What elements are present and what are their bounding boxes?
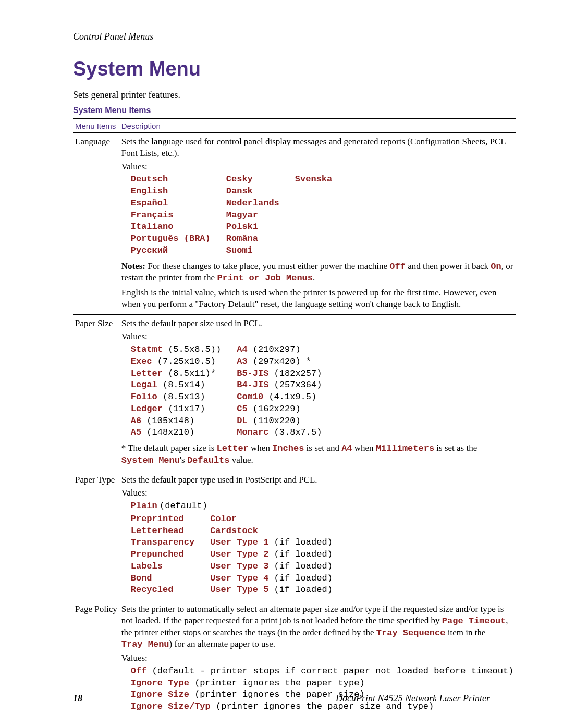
kw-inches: Inches (272, 443, 304, 453)
value-keyword: User Type 3 (210, 561, 268, 571)
foot-text: when (352, 443, 376, 453)
value-keyword: A3 (237, 356, 247, 366)
col-description: Description (119, 119, 516, 133)
papersize-option: Ledger (11x17) (131, 403, 221, 415)
papersize-values: Statmt (5.5x8.5))Exec (7.25x10.5)Letter … (131, 343, 514, 438)
papersize-option: Letter (8.5x11)* (131, 367, 221, 379)
language-values-label: Values: (121, 161, 514, 172)
value-keyword: Deutsch (131, 174, 168, 184)
value-keyword: Svenska (295, 174, 332, 184)
value-detail: (8.5x13) (157, 392, 205, 402)
language-option: Svenska (295, 173, 332, 185)
page-number: 18 (73, 693, 82, 704)
table-caption: System Menu Items (73, 106, 490, 115)
value-keyword: Ledger (131, 404, 163, 414)
papertype-option: Labels (131, 560, 194, 572)
foot-text: 's (180, 455, 187, 465)
row-paper-size: Paper Size Sets the default paper size u… (73, 314, 516, 471)
note-text: For these changes to take place, you mus… (145, 261, 389, 271)
value-detail: (162x229) (248, 404, 301, 414)
pp-text: item in the (445, 627, 485, 637)
value-keyword: Exec (131, 356, 152, 366)
desc-language: Sets the language used for control panel… (119, 133, 516, 315)
foot-text: is set as the (434, 443, 477, 453)
pp-text: ) for an alternate paper to use. (169, 639, 275, 649)
kw-a4: A4 (341, 443, 352, 453)
value-detail: (if loaded) (268, 585, 332, 595)
val-plain-default: (default) (160, 501, 207, 511)
language-values: DeutschEnglishEspañolFrançaisItalianoPor… (131, 173, 514, 256)
language-option: Русский (131, 244, 211, 256)
papertype-plain: Plain (default) (131, 500, 514, 512)
language-option: Polski (226, 220, 279, 232)
value-keyword: Prepunched (131, 549, 184, 559)
value-keyword: Transparency (131, 537, 194, 547)
papersize-option: Exec (7.25x10.5) (131, 355, 221, 367)
document-page: Control Panel Menus System Menu Sets gen… (0, 0, 563, 728)
foot-text: when (249, 443, 272, 453)
papersize-option: Legal (8.5x14) (131, 379, 221, 391)
language-option: Cesky (226, 173, 279, 185)
papersize-option: B5-JIS (182x257) (237, 367, 322, 379)
language-option: Português (BRA) (131, 232, 211, 244)
papertype-option: Prepunched (131, 548, 194, 560)
kw-off: Off (389, 262, 406, 272)
value-keyword: B4-JIS (237, 380, 268, 390)
papertype-option: User Type 5 (if loaded) (210, 584, 333, 596)
row-paper-type: Paper Type Sets the default paper type u… (73, 471, 516, 600)
value-keyword: Bond (131, 573, 152, 583)
value-keyword: B5-JIS (237, 368, 268, 378)
value-detail: (105x148) (141, 416, 194, 426)
papertype-option: Bond (131, 572, 194, 584)
papersize-option: B4-JIS (257x364) (237, 379, 322, 391)
kw-plain: Plain (131, 501, 157, 511)
value-keyword: Cardstock (210, 526, 258, 536)
value-keyword: Folio (131, 392, 157, 402)
col-menu-items: Menu Items (73, 119, 119, 133)
papertype-option: Preprinted (131, 513, 194, 525)
value-keyword: Nederlands (226, 198, 279, 208)
page-title: System Menu (73, 58, 490, 80)
row-language: Language Sets the language used for cont… (73, 133, 516, 315)
language-option: Dansk (226, 185, 279, 197)
pagepolicy-values: Off (default - printer stops if correct … (131, 665, 514, 712)
value-keyword: User Type 2 (210, 549, 268, 559)
value-keyword: Polski (226, 221, 258, 231)
papertype-option: Color (210, 513, 333, 525)
footer-doc-title: DocuPrint N4525 Network Laser Printer (336, 693, 490, 704)
page-footer: 18 DocuPrint N4525 Network Laser Printer (73, 693, 490, 704)
intro-text: Sets general printer features. (73, 90, 490, 101)
papersize-footnote: * The default paper size is Letter when … (121, 442, 514, 466)
value-keyword: User Type 5 (210, 585, 268, 595)
pagepolicy-option: Off (default - printer stops if correct … (131, 665, 514, 677)
value-keyword: Français (131, 210, 174, 220)
value-keyword: DL (237, 416, 247, 426)
value-keyword: Off (131, 666, 147, 676)
value-keyword: Português (BRA) (131, 233, 211, 243)
note-text: and then power it back (406, 261, 491, 271)
value-keyword: Color (210, 514, 237, 524)
value-keyword: Italiano (131, 221, 174, 231)
value-keyword: Com10 (237, 392, 263, 402)
papertype-option: Recycled (131, 584, 194, 596)
notes-label: Notes: (121, 261, 145, 271)
note-text: . (313, 273, 315, 282)
value-keyword: Legal (131, 380, 157, 390)
value-detail: (110x220) (248, 416, 301, 426)
papertype-option: User Type 1 (if loaded) (210, 536, 333, 548)
value-keyword: Suomi (226, 245, 253, 255)
papersize-option: Com10 (4.1x9.5) (237, 391, 322, 403)
language-option: Español (131, 197, 211, 209)
value-detail: (4.1x9.5) (263, 392, 316, 402)
value-keyword: Labels (131, 561, 163, 571)
value-keyword: A6 (131, 416, 141, 426)
value-detail: (if loaded) (268, 537, 332, 547)
value-keyword: Preprinted (131, 514, 184, 524)
value-keyword: Româna (226, 233, 258, 243)
value-detail: (7.25x10.5) (152, 356, 216, 366)
value-detail: (8.5x11)* (163, 368, 216, 378)
papertype-option: User Type 2 (if loaded) (210, 548, 333, 560)
value-keyword: A4 (237, 344, 247, 354)
value-keyword: Monarc (237, 427, 268, 437)
value-keyword: Cesky (226, 174, 253, 184)
